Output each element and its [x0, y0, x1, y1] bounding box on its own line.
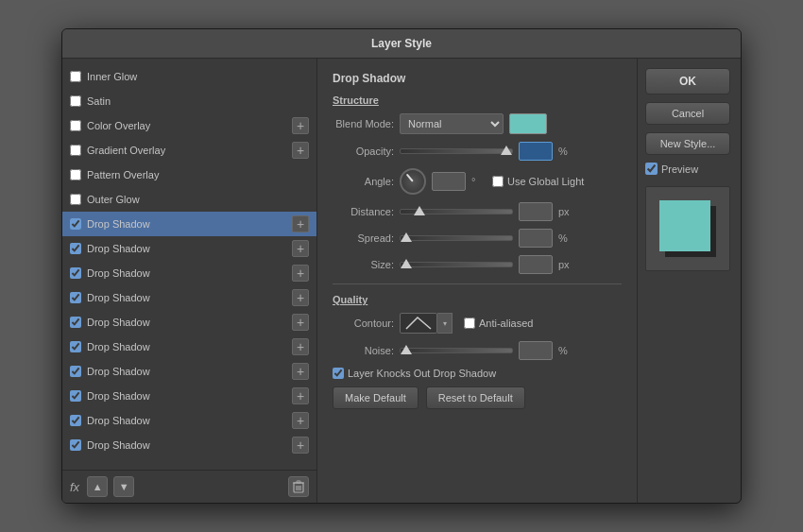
preview-checkbox[interactable]: [645, 163, 658, 175]
effect-item-drop-shadow-2[interactable]: Drop Shadow+: [62, 236, 316, 261]
preview-box: [645, 186, 730, 271]
noise-unit: %: [558, 345, 573, 356]
make-default-button[interactable]: Make Default: [333, 386, 419, 409]
add-effect-button-drop-shadow-9[interactable]: +: [292, 412, 309, 429]
distance-input[interactable]: 14: [519, 202, 553, 221]
spread-unit: %: [558, 232, 573, 244]
effect-checkbox-drop-shadow-10[interactable]: [70, 439, 81, 451]
blend-mode-select[interactable]: NormalMultiplyScreenOverlayDarkenLighten: [400, 113, 504, 134]
effect-checkbox-drop-shadow-2[interactable]: [70, 243, 81, 254]
effect-label-outer-glow: Outer Glow: [87, 194, 309, 205]
effect-checkbox-drop-shadow-7[interactable]: [70, 366, 81, 377]
effect-item-drop-shadow-9[interactable]: Drop Shadow+: [62, 408, 316, 433]
size-input[interactable]: 0: [519, 255, 553, 274]
add-effect-button-drop-shadow-4[interactable]: +: [292, 289, 309, 306]
color-swatch[interactable]: [509, 113, 547, 134]
move-up-button[interactable]: ▲: [87, 476, 108, 497]
opacity-input[interactable]: 100: [519, 142, 553, 161]
anti-aliased-checkbox[interactable]: [464, 317, 475, 329]
effect-item-color-overlay[interactable]: Color Overlay+: [62, 113, 316, 138]
distance-slider[interactable]: [400, 205, 513, 218]
global-light-checkbox-label[interactable]: Use Global Light: [492, 176, 584, 187]
fx-label: fx: [70, 480, 79, 494]
distance-label: Distance:: [333, 206, 394, 217]
dialog-title: Layer Style: [62, 29, 741, 59]
size-label: Size:: [333, 259, 394, 270]
add-effect-button-drop-shadow-5[interactable]: +: [292, 314, 309, 331]
size-slider[interactable]: [400, 258, 513, 271]
add-effect-button-color-overlay[interactable]: +: [292, 117, 309, 134]
effect-label-inner-glow: Inner Glow: [87, 71, 309, 82]
add-effect-button-drop-shadow-7[interactable]: +: [292, 363, 309, 380]
noise-slider[interactable]: [400, 344, 513, 357]
add-effect-button-drop-shadow-10[interactable]: +: [292, 437, 309, 454]
effect-item-satin[interactable]: Satin: [62, 89, 316, 113]
spread-input[interactable]: 0: [519, 229, 553, 248]
add-effect-button-gradient-overlay[interactable]: +: [292, 142, 309, 159]
effect-checkbox-gradient-overlay[interactable]: [70, 145, 81, 156]
effect-item-drop-shadow-10[interactable]: Drop Shadow+: [62, 433, 316, 457]
angle-dial[interactable]: [400, 168, 426, 195]
effect-item-drop-shadow-3[interactable]: Drop Shadow+: [62, 261, 316, 285]
effect-item-drop-shadow-7[interactable]: Drop Shadow+: [62, 359, 316, 384]
contour-preview[interactable]: [400, 313, 437, 334]
effect-checkbox-drop-shadow-6[interactable]: [70, 341, 81, 352]
effect-item-pattern-overlay[interactable]: Pattern Overlay: [62, 163, 316, 187]
bottom-bar: fx ▲ ▼: [62, 470, 316, 503]
divider: [333, 283, 622, 284]
spread-slider[interactable]: [400, 232, 513, 245]
effect-label-drop-shadow-8: Drop Shadow: [87, 390, 292, 402]
new-style-button[interactable]: New Style...: [645, 132, 730, 155]
effect-item-drop-shadow-8[interactable]: Drop Shadow+: [62, 384, 316, 408]
effect-item-drop-shadow-6[interactable]: Drop Shadow+: [62, 335, 316, 359]
effect-item-inner-glow[interactable]: Inner Glow: [62, 64, 316, 89]
angle-label: Angle:: [333, 176, 394, 187]
effect-label-color-overlay: Color Overlay: [87, 120, 292, 131]
svg-rect-5: [297, 481, 300, 483]
spread-label: Spread:: [333, 232, 394, 244]
distance-row: Distance: 14 px: [333, 202, 622, 221]
preview-label[interactable]: Preview: [645, 163, 733, 175]
angle-unit: °: [471, 176, 487, 187]
effect-checkbox-pattern-overlay[interactable]: [70, 169, 81, 180]
ok-button[interactable]: OK: [645, 68, 730, 94]
noise-input[interactable]: 0: [519, 341, 553, 360]
add-effect-button-drop-shadow-8[interactable]: +: [292, 387, 309, 404]
effect-label-drop-shadow-1: Drop Shadow: [87, 218, 292, 230]
effect-item-gradient-overlay[interactable]: Gradient Overlay+: [62, 138, 316, 163]
effect-checkbox-drop-shadow-8[interactable]: [70, 390, 81, 402]
cancel-button[interactable]: Cancel: [645, 102, 730, 125]
add-effect-button-drop-shadow-3[interactable]: +: [292, 265, 309, 282]
effect-item-drop-shadow-5[interactable]: Drop Shadow+: [62, 310, 316, 335]
effect-label-drop-shadow-10: Drop Shadow: [87, 439, 292, 451]
effect-checkbox-drop-shadow-3[interactable]: [70, 267, 81, 279]
effect-item-outer-glow[interactable]: Outer Glow: [62, 187, 316, 212]
global-light-checkbox[interactable]: [492, 176, 504, 187]
distance-unit: px: [558, 206, 573, 217]
add-effect-button-drop-shadow-2[interactable]: +: [292, 240, 309, 257]
effect-checkbox-color-overlay[interactable]: [70, 120, 81, 131]
effect-item-drop-shadow-1[interactable]: Drop Shadow+: [62, 212, 316, 236]
effect-checkbox-outer-glow[interactable]: [70, 194, 81, 205]
angle-input[interactable]: 130: [432, 172, 466, 191]
knocks-out-checkbox[interactable]: [333, 368, 344, 379]
effect-checkbox-drop-shadow-1[interactable]: [70, 218, 81, 230]
add-effect-button-drop-shadow-6[interactable]: +: [292, 338, 309, 355]
add-effect-button-drop-shadow-1[interactable]: +: [292, 215, 309, 232]
effect-checkbox-drop-shadow-9[interactable]: [70, 415, 81, 426]
effect-checkbox-satin[interactable]: [70, 95, 81, 107]
effect-checkbox-drop-shadow-5[interactable]: [70, 317, 81, 328]
delete-button[interactable]: [288, 476, 309, 497]
contour-dropdown[interactable]: ▾: [437, 313, 453, 334]
effect-item-drop-shadow-4[interactable]: Drop Shadow+: [62, 285, 316, 310]
reset-to-default-button[interactable]: Reset to Default: [426, 386, 525, 409]
action-row: Make Default Reset to Default: [333, 386, 622, 409]
anti-aliased-label[interactable]: Anti-aliased: [464, 317, 533, 329]
effect-checkbox-inner-glow[interactable]: [70, 71, 81, 82]
middle-panel: Drop Shadow Structure Blend Mode: Normal…: [317, 59, 637, 503]
effect-label-drop-shadow-2: Drop Shadow: [87, 243, 292, 254]
effect-checkbox-drop-shadow-4[interactable]: [70, 292, 81, 303]
knocks-out-label[interactable]: Layer Knocks Out Drop Shadow: [333, 368, 496, 379]
move-down-button[interactable]: ▼: [113, 476, 134, 497]
opacity-slider[interactable]: [400, 145, 513, 158]
